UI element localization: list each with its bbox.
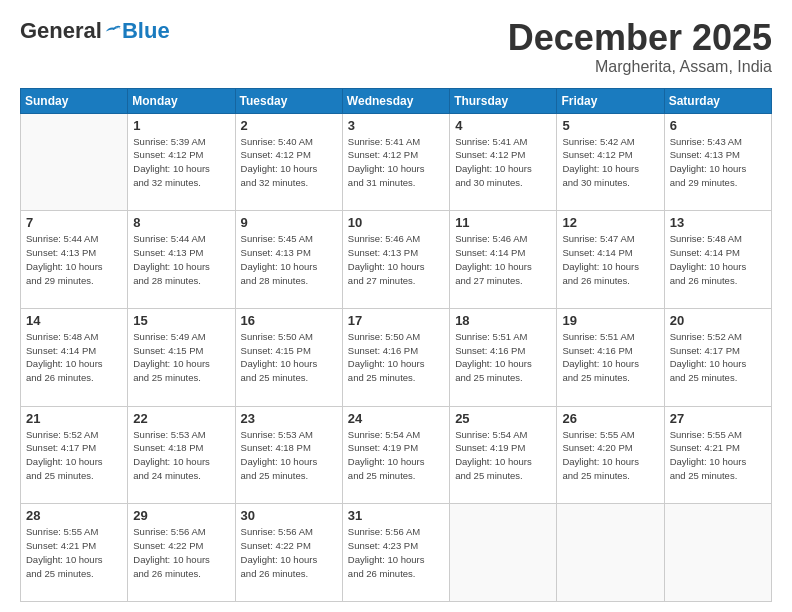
day-cell: 10Sunrise: 5:46 AM Sunset: 4:13 PM Dayli… [342, 211, 449, 309]
day-cell: 28Sunrise: 5:55 AM Sunset: 4:21 PM Dayli… [21, 504, 128, 602]
col-header-monday: Monday [128, 88, 235, 113]
day-cell: 24Sunrise: 5:54 AM Sunset: 4:19 PM Dayli… [342, 406, 449, 504]
day-number: 24 [348, 411, 444, 426]
day-info: Sunrise: 5:53 AM Sunset: 4:18 PM Dayligh… [241, 428, 337, 483]
day-cell [21, 113, 128, 211]
day-number: 17 [348, 313, 444, 328]
day-cell: 14Sunrise: 5:48 AM Sunset: 4:14 PM Dayli… [21, 308, 128, 406]
day-info: Sunrise: 5:52 AM Sunset: 4:17 PM Dayligh… [26, 428, 122, 483]
day-cell: 31Sunrise: 5:56 AM Sunset: 4:23 PM Dayli… [342, 504, 449, 602]
day-number: 22 [133, 411, 229, 426]
day-cell [664, 504, 771, 602]
day-info: Sunrise: 5:50 AM Sunset: 4:16 PM Dayligh… [348, 330, 444, 385]
logo-blue: Blue [122, 18, 170, 44]
day-info: Sunrise: 5:55 AM Sunset: 4:20 PM Dayligh… [562, 428, 658, 483]
day-info: Sunrise: 5:43 AM Sunset: 4:13 PM Dayligh… [670, 135, 766, 190]
day-cell: 20Sunrise: 5:52 AM Sunset: 4:17 PM Dayli… [664, 308, 771, 406]
day-number: 7 [26, 215, 122, 230]
day-cell: 6Sunrise: 5:43 AM Sunset: 4:13 PM Daylig… [664, 113, 771, 211]
day-info: Sunrise: 5:55 AM Sunset: 4:21 PM Dayligh… [26, 525, 122, 580]
day-cell: 3Sunrise: 5:41 AM Sunset: 4:12 PM Daylig… [342, 113, 449, 211]
day-info: Sunrise: 5:48 AM Sunset: 4:14 PM Dayligh… [670, 232, 766, 287]
day-cell: 29Sunrise: 5:56 AM Sunset: 4:22 PM Dayli… [128, 504, 235, 602]
week-row-3: 14Sunrise: 5:48 AM Sunset: 4:14 PM Dayli… [21, 308, 772, 406]
day-info: Sunrise: 5:39 AM Sunset: 4:12 PM Dayligh… [133, 135, 229, 190]
day-cell: 22Sunrise: 5:53 AM Sunset: 4:18 PM Dayli… [128, 406, 235, 504]
title-block: December 2025 Margherita, Assam, India [508, 18, 772, 76]
location-subtitle: Margherita, Assam, India [508, 58, 772, 76]
day-info: Sunrise: 5:46 AM Sunset: 4:13 PM Dayligh… [348, 232, 444, 287]
header-row: SundayMondayTuesdayWednesdayThursdayFrid… [21, 88, 772, 113]
day-info: Sunrise: 5:54 AM Sunset: 4:19 PM Dayligh… [455, 428, 551, 483]
col-header-tuesday: Tuesday [235, 88, 342, 113]
logo-bird-icon [104, 24, 122, 38]
day-info: Sunrise: 5:42 AM Sunset: 4:12 PM Dayligh… [562, 135, 658, 190]
day-cell: 21Sunrise: 5:52 AM Sunset: 4:17 PM Dayli… [21, 406, 128, 504]
day-number: 10 [348, 215, 444, 230]
day-number: 9 [241, 215, 337, 230]
day-info: Sunrise: 5:41 AM Sunset: 4:12 PM Dayligh… [348, 135, 444, 190]
day-info: Sunrise: 5:45 AM Sunset: 4:13 PM Dayligh… [241, 232, 337, 287]
month-title: December 2025 [508, 18, 772, 58]
day-cell: 18Sunrise: 5:51 AM Sunset: 4:16 PM Dayli… [450, 308, 557, 406]
day-info: Sunrise: 5:40 AM Sunset: 4:12 PM Dayligh… [241, 135, 337, 190]
day-info: Sunrise: 5:46 AM Sunset: 4:14 PM Dayligh… [455, 232, 551, 287]
day-number: 2 [241, 118, 337, 133]
day-number: 25 [455, 411, 551, 426]
day-cell: 9Sunrise: 5:45 AM Sunset: 4:13 PM Daylig… [235, 211, 342, 309]
col-header-sunday: Sunday [21, 88, 128, 113]
day-number: 20 [670, 313, 766, 328]
day-cell: 1Sunrise: 5:39 AM Sunset: 4:12 PM Daylig… [128, 113, 235, 211]
day-number: 19 [562, 313, 658, 328]
day-cell: 26Sunrise: 5:55 AM Sunset: 4:20 PM Dayli… [557, 406, 664, 504]
day-number: 29 [133, 508, 229, 523]
day-info: Sunrise: 5:55 AM Sunset: 4:21 PM Dayligh… [670, 428, 766, 483]
day-info: Sunrise: 5:52 AM Sunset: 4:17 PM Dayligh… [670, 330, 766, 385]
day-cell: 12Sunrise: 5:47 AM Sunset: 4:14 PM Dayli… [557, 211, 664, 309]
day-info: Sunrise: 5:41 AM Sunset: 4:12 PM Dayligh… [455, 135, 551, 190]
day-info: Sunrise: 5:44 AM Sunset: 4:13 PM Dayligh… [26, 232, 122, 287]
logo: General Blue [20, 18, 170, 44]
day-number: 27 [670, 411, 766, 426]
day-info: Sunrise: 5:54 AM Sunset: 4:19 PM Dayligh… [348, 428, 444, 483]
day-info: Sunrise: 5:56 AM Sunset: 4:23 PM Dayligh… [348, 525, 444, 580]
logo-general: General [20, 18, 102, 44]
day-number: 13 [670, 215, 766, 230]
day-cell [450, 504, 557, 602]
day-cell: 11Sunrise: 5:46 AM Sunset: 4:14 PM Dayli… [450, 211, 557, 309]
logo-text: General Blue [20, 18, 170, 44]
day-number: 5 [562, 118, 658, 133]
day-number: 4 [455, 118, 551, 133]
day-number: 31 [348, 508, 444, 523]
day-number: 11 [455, 215, 551, 230]
day-number: 18 [455, 313, 551, 328]
day-info: Sunrise: 5:51 AM Sunset: 4:16 PM Dayligh… [455, 330, 551, 385]
day-cell: 5Sunrise: 5:42 AM Sunset: 4:12 PM Daylig… [557, 113, 664, 211]
day-cell: 23Sunrise: 5:53 AM Sunset: 4:18 PM Dayli… [235, 406, 342, 504]
day-number: 26 [562, 411, 658, 426]
day-info: Sunrise: 5:48 AM Sunset: 4:14 PM Dayligh… [26, 330, 122, 385]
header: General Blue December 2025 Margherita, A… [20, 18, 772, 76]
day-cell: 30Sunrise: 5:56 AM Sunset: 4:22 PM Dayli… [235, 504, 342, 602]
day-cell: 27Sunrise: 5:55 AM Sunset: 4:21 PM Dayli… [664, 406, 771, 504]
day-cell: 7Sunrise: 5:44 AM Sunset: 4:13 PM Daylig… [21, 211, 128, 309]
day-cell: 13Sunrise: 5:48 AM Sunset: 4:14 PM Dayli… [664, 211, 771, 309]
col-header-friday: Friday [557, 88, 664, 113]
day-number: 8 [133, 215, 229, 230]
day-info: Sunrise: 5:56 AM Sunset: 4:22 PM Dayligh… [241, 525, 337, 580]
day-info: Sunrise: 5:49 AM Sunset: 4:15 PM Dayligh… [133, 330, 229, 385]
day-number: 1 [133, 118, 229, 133]
day-number: 15 [133, 313, 229, 328]
day-cell: 8Sunrise: 5:44 AM Sunset: 4:13 PM Daylig… [128, 211, 235, 309]
day-cell: 25Sunrise: 5:54 AM Sunset: 4:19 PM Dayli… [450, 406, 557, 504]
page: General Blue December 2025 Margherita, A… [0, 0, 792, 612]
day-number: 30 [241, 508, 337, 523]
week-row-1: 1Sunrise: 5:39 AM Sunset: 4:12 PM Daylig… [21, 113, 772, 211]
day-number: 21 [26, 411, 122, 426]
day-number: 23 [241, 411, 337, 426]
col-header-wednesday: Wednesday [342, 88, 449, 113]
day-cell: 4Sunrise: 5:41 AM Sunset: 4:12 PM Daylig… [450, 113, 557, 211]
day-info: Sunrise: 5:56 AM Sunset: 4:22 PM Dayligh… [133, 525, 229, 580]
day-number: 12 [562, 215, 658, 230]
day-info: Sunrise: 5:53 AM Sunset: 4:18 PM Dayligh… [133, 428, 229, 483]
